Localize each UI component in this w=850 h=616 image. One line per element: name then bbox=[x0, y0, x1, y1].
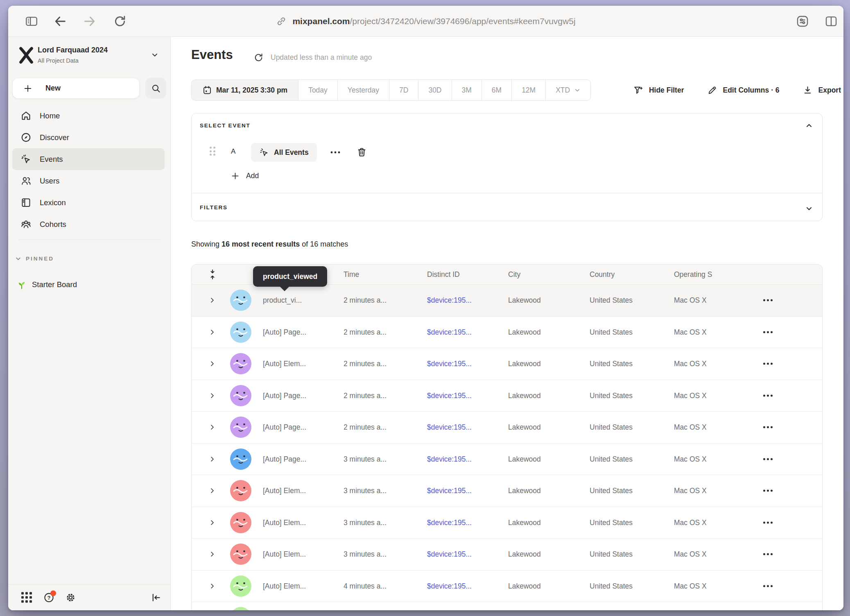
expand-row-icon[interactable] bbox=[209, 297, 216, 304]
date-preset-xtd[interactable]: XTD bbox=[546, 80, 590, 100]
chevron-up-icon[interactable] bbox=[805, 122, 813, 130]
column-header-time[interactable]: Time bbox=[344, 270, 359, 279]
settings-gear-icon[interactable] bbox=[65, 592, 76, 603]
browser-customize-icon[interactable] bbox=[796, 14, 809, 28]
row-menu-icon[interactable] bbox=[763, 299, 773, 301]
column-header-city[interactable]: City bbox=[508, 270, 520, 279]
date-preset-3m[interactable]: 3M bbox=[452, 80, 482, 100]
sidebar-item-label: Home bbox=[40, 111, 60, 120]
distinct-id-link[interactable]: $device:195... bbox=[427, 455, 472, 463]
date-range-selected[interactable]: Mar 11, 2025 3:30 pm bbox=[192, 80, 298, 100]
event-name: [Auto] Elem... bbox=[263, 582, 306, 590]
sidebar-nav: HomeDiscoverEventsUsersLexiconCohorts bbox=[12, 105, 165, 235]
expand-row-icon[interactable] bbox=[209, 424, 216, 431]
table-row[interactable]: [Auto] Page...2 minutes a...$device:195.… bbox=[192, 412, 822, 444]
expand-row-icon[interactable] bbox=[209, 519, 216, 526]
pinned-section-header[interactable]: PINNED bbox=[15, 255, 54, 262]
sidebar-item-lexicon[interactable]: Lexicon bbox=[12, 192, 165, 213]
search-button[interactable] bbox=[145, 78, 166, 99]
browser-sidebar-toggle-icon[interactable] bbox=[25, 14, 38, 28]
column-header-country[interactable]: Country bbox=[590, 270, 615, 279]
sidebar-item-events[interactable]: Events bbox=[12, 148, 165, 170]
sidebar-item-users[interactable]: Users bbox=[12, 170, 165, 192]
sidebar-item-starter-board[interactable]: Starter Board bbox=[16, 279, 77, 290]
add-event-button[interactable]: Add bbox=[231, 172, 259, 180]
distinct-id-link[interactable]: $device:195... bbox=[427, 487, 472, 495]
expand-row-icon[interactable] bbox=[209, 487, 216, 494]
sidebar-item-cohorts[interactable]: Cohorts bbox=[12, 213, 165, 235]
sidebar-item-home[interactable]: Home bbox=[12, 105, 165, 127]
row-menu-icon[interactable] bbox=[763, 521, 773, 523]
date-preset-30d[interactable]: 30D bbox=[418, 80, 452, 100]
table-row[interactable]: [Auto] Elem...3 minutes a...$device:195.… bbox=[192, 475, 822, 507]
browser-back-icon[interactable] bbox=[53, 14, 67, 28]
expand-row-icon[interactable] bbox=[209, 551, 216, 558]
drag-handle-icon[interactable] bbox=[210, 147, 215, 156]
row-menu-icon[interactable] bbox=[763, 553, 773, 555]
distinct-id-link[interactable]: $device:195... bbox=[427, 328, 472, 336]
date-preset-label: 7D bbox=[399, 86, 408, 95]
table-row[interactable]: [Auto] Elem...3 minutes a...$device:195.… bbox=[192, 539, 822, 571]
table-row[interactable]: [Auto] Page...2 minutes a...$device:195.… bbox=[192, 380, 822, 412]
chevron-down-icon[interactable] bbox=[805, 204, 813, 213]
url-domain: mixpanel.com bbox=[292, 16, 350, 26]
seedling-icon bbox=[16, 279, 27, 290]
date-preset-7d[interactable]: 7D bbox=[389, 80, 418, 100]
address-bar[interactable]: mixpanel.com/project/3472420/view/397469… bbox=[8, 6, 843, 36]
column-header-operating-s[interactable]: Operating S bbox=[674, 270, 712, 279]
query-builder-card: SELECT EVENT A All Events bbox=[191, 113, 823, 221]
date-preset-12m[interactable]: 12M bbox=[512, 80, 546, 100]
distinct-id-link[interactable]: $device:195... bbox=[427, 423, 472, 432]
new-button[interactable]: New bbox=[12, 78, 140, 99]
distinct-id-link[interactable]: $device:195... bbox=[427, 360, 472, 368]
operating-system: Mac OS X bbox=[674, 518, 707, 527]
refresh-icon[interactable] bbox=[253, 52, 264, 63]
date-preset-6m[interactable]: 6M bbox=[482, 80, 512, 100]
edit-columns-button[interactable]: Edit Columns · 6 bbox=[707, 85, 780, 95]
date-preset-yesterday[interactable]: Yesterday bbox=[338, 80, 389, 100]
country: United States bbox=[590, 296, 633, 305]
distinct-id-link[interactable]: $device:195... bbox=[427, 518, 472, 527]
row-menu-icon[interactable] bbox=[763, 458, 773, 460]
column-header-distinct-id[interactable]: Distinct ID bbox=[427, 270, 460, 279]
row-menu-icon[interactable] bbox=[763, 426, 773, 428]
event-time: 3 minutes a... bbox=[344, 550, 387, 559]
apps-grid-icon[interactable] bbox=[21, 592, 32, 603]
collapse-all-icon[interactable] bbox=[208, 269, 217, 280]
expand-row-icon[interactable] bbox=[209, 392, 216, 399]
expand-row-icon[interactable] bbox=[209, 328, 216, 335]
more-options-icon[interactable] bbox=[329, 146, 341, 159]
expand-row-icon[interactable] bbox=[209, 582, 216, 589]
table-row[interactable]: [Auto] Elem...4 minutes a...$device:195.… bbox=[192, 571, 822, 602]
collapse-sidebar-icon[interactable] bbox=[150, 592, 161, 603]
sidebar-item-discover[interactable]: Discover bbox=[12, 127, 165, 148]
table-row[interactable]: [Auto] Page...2 minutes a...$device:195.… bbox=[192, 317, 822, 349]
trash-icon[interactable] bbox=[356, 147, 367, 158]
distinct-id-link[interactable]: $device:195... bbox=[427, 391, 472, 400]
row-menu-icon[interactable] bbox=[763, 331, 773, 333]
row-menu-icon[interactable] bbox=[763, 363, 773, 365]
distinct-id-link[interactable]: $device:195... bbox=[427, 296, 472, 305]
hide-filter-button[interactable]: Hide Filter bbox=[633, 85, 684, 95]
expand-row-icon[interactable] bbox=[209, 360, 216, 367]
export-button[interactable]: Export bbox=[803, 85, 841, 95]
table-row[interactable] bbox=[192, 602, 822, 610]
row-menu-icon[interactable] bbox=[763, 394, 773, 396]
distinct-id-link[interactable]: $device:195... bbox=[427, 582, 472, 590]
help-icon[interactable]: ? bbox=[43, 592, 54, 603]
browser-reload-icon[interactable] bbox=[113, 14, 127, 28]
browser-split-view-icon[interactable] bbox=[824, 14, 838, 28]
operating-system: Mac OS X bbox=[674, 550, 707, 559]
date-preset-today[interactable]: Today bbox=[298, 80, 338, 100]
table-row[interactable]: [Auto] Elem...2 minutes a...$device:195.… bbox=[192, 348, 822, 380]
browser-forward-icon[interactable] bbox=[83, 14, 97, 28]
distinct-id-link[interactable]: $device:195... bbox=[427, 550, 472, 559]
event-chip[interactable]: All Events bbox=[251, 143, 317, 162]
table-row[interactable]: [Auto] Page...3 minutes a...$device:195.… bbox=[192, 444, 822, 476]
row-menu-icon[interactable] bbox=[763, 490, 773, 492]
project-switcher[interactable]: Lord Farquaad 2024 All Project Data bbox=[8, 37, 170, 74]
expand-row-icon[interactable] bbox=[209, 455, 216, 462]
date-range-value: Mar 11, 2025 3:30 pm bbox=[216, 86, 287, 95]
table-row[interactable]: [Auto] Elem...3 minutes a...$device:195.… bbox=[192, 507, 822, 539]
row-menu-icon[interactable] bbox=[763, 585, 773, 587]
